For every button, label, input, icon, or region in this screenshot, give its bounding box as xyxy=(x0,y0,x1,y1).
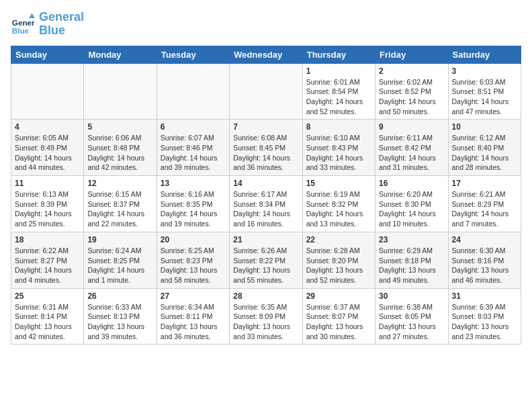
calendar-cell: 2Sunrise: 6:02 AMSunset: 8:52 PMDaylight… xyxy=(375,63,448,120)
calendar-cell: 22Sunrise: 6:28 AMSunset: 8:20 PMDayligh… xyxy=(302,232,375,288)
calendar-cell: 5Sunrise: 6:06 AMSunset: 8:48 PMDaylight… xyxy=(84,120,157,176)
week-row-4: 18Sunrise: 6:22 AMSunset: 8:27 PMDayligh… xyxy=(11,232,521,288)
calendar-cell: 15Sunrise: 6:19 AMSunset: 8:32 PMDayligh… xyxy=(302,176,375,232)
logo: General Blue GeneralBlue xyxy=(11,11,84,38)
calendar-cell: 13Sunrise: 6:16 AMSunset: 8:35 PMDayligh… xyxy=(157,176,229,232)
calendar-cell: 25Sunrise: 6:31 AMSunset: 8:14 PMDayligh… xyxy=(11,288,84,345)
logo-text: GeneralBlue xyxy=(39,11,84,38)
calendar-cell xyxy=(11,63,84,120)
calendar-cell: 27Sunrise: 6:34 AMSunset: 8:11 PMDayligh… xyxy=(157,288,229,345)
week-row-3: 11Sunrise: 6:13 AMSunset: 8:39 PMDayligh… xyxy=(11,176,521,232)
col-header-sunday: Sunday xyxy=(11,46,84,63)
calendar-cell: 28Sunrise: 6:35 AMSunset: 8:09 PMDayligh… xyxy=(230,288,302,345)
calendar-cell xyxy=(84,63,157,120)
calendar-cell: 6Sunrise: 6:07 AMSunset: 8:46 PMDaylight… xyxy=(157,120,229,176)
calendar-cell: 11Sunrise: 6:13 AMSunset: 8:39 PMDayligh… xyxy=(11,176,84,232)
svg-text:Blue: Blue xyxy=(12,26,30,34)
calendar-cell xyxy=(230,63,302,120)
col-header-wednesday: Wednesday xyxy=(230,46,302,63)
calendar-cell: 7Sunrise: 6:08 AMSunset: 8:45 PMDaylight… xyxy=(230,120,302,176)
page-header: General Blue GeneralBlue xyxy=(11,11,521,38)
calendar-cell: 4Sunrise: 6:05 AMSunset: 8:49 PMDaylight… xyxy=(11,120,84,176)
calendar-cell: 18Sunrise: 6:22 AMSunset: 8:27 PMDayligh… xyxy=(11,232,84,288)
calendar-cell: 1Sunrise: 6:01 AMSunset: 8:54 PMDaylight… xyxy=(302,63,375,120)
col-header-monday: Monday xyxy=(84,46,157,63)
calendar-cell: 17Sunrise: 6:21 AMSunset: 8:29 PMDayligh… xyxy=(448,176,521,232)
calendar-table: SundayMondayTuesdayWednesdayThursdayFrid… xyxy=(11,46,521,345)
calendar-cell: 23Sunrise: 6:29 AMSunset: 8:18 PMDayligh… xyxy=(375,232,448,288)
calendar-cell: 19Sunrise: 6:24 AMSunset: 8:25 PMDayligh… xyxy=(84,232,157,288)
calendar-cell: 10Sunrise: 6:12 AMSunset: 8:40 PMDayligh… xyxy=(448,120,521,176)
calendar-cell: 20Sunrise: 6:25 AMSunset: 8:23 PMDayligh… xyxy=(157,232,229,288)
week-row-1: 1Sunrise: 6:01 AMSunset: 8:54 PMDaylight… xyxy=(11,63,521,120)
week-row-5: 25Sunrise: 6:31 AMSunset: 8:14 PMDayligh… xyxy=(11,288,521,345)
calendar-cell: 3Sunrise: 6:03 AMSunset: 8:51 PMDaylight… xyxy=(448,63,521,120)
calendar-header-row: SundayMondayTuesdayWednesdayThursdayFrid… xyxy=(11,46,521,63)
calendar-cell: 8Sunrise: 6:10 AMSunset: 8:43 PMDaylight… xyxy=(302,120,375,176)
calendar-cell: 29Sunrise: 6:37 AMSunset: 8:07 PMDayligh… xyxy=(302,288,375,345)
calendar-cell: 16Sunrise: 6:20 AMSunset: 8:30 PMDayligh… xyxy=(375,176,448,232)
col-header-saturday: Saturday xyxy=(448,46,521,63)
calendar-cell: 31Sunrise: 6:39 AMSunset: 8:03 PMDayligh… xyxy=(448,288,521,345)
col-header-thursday: Thursday xyxy=(302,46,375,63)
logo-icon: General Blue xyxy=(11,12,35,36)
calendar-cell: 26Sunrise: 6:33 AMSunset: 8:13 PMDayligh… xyxy=(84,288,157,345)
calendar-cell: 24Sunrise: 6:30 AMSunset: 8:16 PMDayligh… xyxy=(448,232,521,288)
week-row-2: 4Sunrise: 6:05 AMSunset: 8:49 PMDaylight… xyxy=(11,120,521,176)
calendar-cell: 21Sunrise: 6:26 AMSunset: 8:22 PMDayligh… xyxy=(230,232,302,288)
col-header-tuesday: Tuesday xyxy=(157,46,229,63)
calendar-cell: 14Sunrise: 6:17 AMSunset: 8:34 PMDayligh… xyxy=(230,176,302,232)
calendar-cell: 30Sunrise: 6:38 AMSunset: 8:05 PMDayligh… xyxy=(375,288,448,345)
calendar-cell xyxy=(157,63,229,120)
col-header-friday: Friday xyxy=(375,46,448,63)
svg-marker-2 xyxy=(29,13,35,18)
calendar-cell: 9Sunrise: 6:11 AMSunset: 8:42 PMDaylight… xyxy=(375,120,448,176)
calendar-cell: 12Sunrise: 6:15 AMSunset: 8:37 PMDayligh… xyxy=(84,176,157,232)
